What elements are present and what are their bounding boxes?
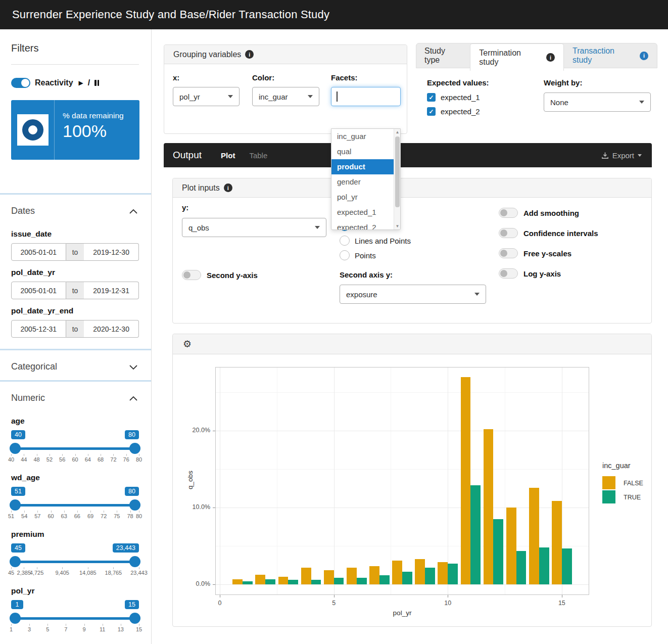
slider-handle-max[interactable] [129,443,140,454]
slider-track[interactable] [11,556,139,567]
slider-range-bar [12,617,138,620]
bar-true-yr2 [265,579,275,585]
bar-false-yr11 [461,377,471,585]
facets-option-product[interactable]: product [331,159,394,174]
facets-input[interactable] [331,87,401,106]
slider-min-badge: 45 [11,543,25,553]
facets-option-gender[interactable]: gender [331,174,394,190]
slider-track[interactable] [11,443,139,454]
slider-min-badge: 1 [11,600,23,609]
date-to-input[interactable]: 2020-12-30 [84,320,139,338]
slider-ticklabel: 60 [72,456,78,463]
facets-option-expected_1[interactable]: expected_1 [331,205,394,220]
radio-lines-and-points[interactable] [340,236,350,246]
slider-handle-max[interactable] [129,499,140,511]
x-tick-mark [220,595,220,597]
second-axis-y-select[interactable]: exposure [340,285,486,304]
facets-option-qual[interactable]: qual [331,144,394,159]
gear-icon[interactable]: ⚙ [183,338,192,350]
slider-handle-min[interactable] [10,556,21,567]
info-icon[interactable]: i [245,50,254,59]
scroll-down-arrow[interactable]: ▼ [394,223,401,229]
slider-tickmark [88,454,88,456]
info-icon[interactable]: i [640,52,648,60]
bar-false-yr15 [552,501,562,585]
slider-handle-min[interactable] [10,499,21,511]
slider-tickmark [24,511,25,513]
slider-max-badge: 80 [125,487,139,496]
facets-option-inc_guar[interactable]: inc_guar [331,129,394,144]
slider-tickmark [139,567,139,569]
checkbox-expected_2[interactable]: ✓ [427,107,436,116]
slider-handle-max[interactable] [129,613,140,624]
slider-tickmark [121,624,121,626]
bar-true-yr1 [243,581,253,584]
slider-label: premium [11,530,139,539]
slider-tickmark [113,454,114,456]
slider-ticklabel: 63 [61,513,67,519]
slider-tickmark [113,567,114,569]
date-to-label: to [66,282,84,299]
slider-ticklabel: 48 [33,456,39,463]
date-to-input[interactable]: 2019-12-30 [84,243,139,261]
toggle-add-smoothing[interactable] [499,208,518,218]
grouping-panel-title: Grouping variables [173,50,241,59]
date-from-input[interactable]: 2005-01-01 [11,243,66,261]
facets-option-pol_yr[interactable]: pol_yr [331,190,394,205]
date-to-input[interactable]: 2019-12-31 [84,282,139,299]
pause-icon [94,80,99,86]
section-header-numeric[interactable]: Numeric [11,382,139,411]
date-range-row: 2005-01-01to2019-12-30 [11,243,139,261]
dropdown-scrollbar[interactable]: ▲ ▼ [394,129,400,229]
export-button[interactable]: Export [601,151,642,160]
facets-option-expected_2[interactable]: expected_2 [331,220,394,230]
slider-handle-min[interactable] [10,613,21,624]
bar-true-yr11 [470,485,481,584]
tab-termination-study[interactable]: Termination study i [470,43,564,71]
slider-handle-min[interactable] [10,443,21,454]
date-from-input[interactable]: 2005-12-31 [11,320,66,338]
info-icon[interactable]: i [546,53,555,62]
text-cursor [337,91,338,102]
x-select[interactable]: pol_yr [173,87,240,106]
section-header-dates[interactable]: Dates [11,195,139,224]
section-header-categorical[interactable]: Categorical [11,350,139,380]
info-icon[interactable]: i [224,183,232,192]
bar-true-yr6 [357,578,367,585]
slider-ticks: 452,3854,7259,40514,08518,76523,443 [11,569,139,577]
scroll-up-arrow[interactable]: ▲ [394,129,401,135]
date-range-row: 2005-01-01to2019-12-31 [11,282,139,299]
date-from-input[interactable]: 2005-01-01 [11,282,66,299]
slider-track[interactable] [11,499,139,511]
tab-transaction-study[interactable]: Transaction study i [564,43,657,68]
bar-true-yr15 [562,548,572,584]
toggle-log-y-axis[interactable] [499,268,518,279]
slider-handle-max[interactable] [129,556,140,567]
scrollbar-thumb[interactable] [395,136,400,207]
x-axis-title: pol_yr [215,609,589,617]
legend-title: inc_guar [602,462,631,470]
y-select[interactable]: q_obs [182,218,326,237]
slider-track[interactable] [11,613,139,624]
second-y-axis-toggle[interactable] [182,270,201,280]
bar-false-yr12 [484,429,494,584]
toggle-row-free-y-scales: Free y-scales [499,248,598,258]
weight-by-select[interactable]: None [544,93,651,112]
checkbox-expected_1[interactable]: ✓ [427,93,436,102]
slider-range-bar [12,504,138,507]
color-select[interactable]: inc_guar [252,87,319,106]
toggle-confidence-intervals[interactable] [499,228,518,238]
radio-points[interactable] [340,250,350,260]
tab-table[interactable]: Table [249,151,267,160]
caret-down-icon [228,95,233,98]
toggle-free-y-scales[interactable] [499,248,518,258]
download-icon [601,152,609,159]
date-filter-label: issue_date [11,229,139,239]
bar-true-yr3 [288,580,298,584]
gridline-minor [215,469,589,470]
facets-label: Facets: [331,73,401,82]
tab-plot[interactable]: Plot [221,151,235,160]
gridline-major [215,584,589,585]
legend-swatch-true [602,490,615,503]
reactivity-toggle[interactable] [11,78,30,88]
